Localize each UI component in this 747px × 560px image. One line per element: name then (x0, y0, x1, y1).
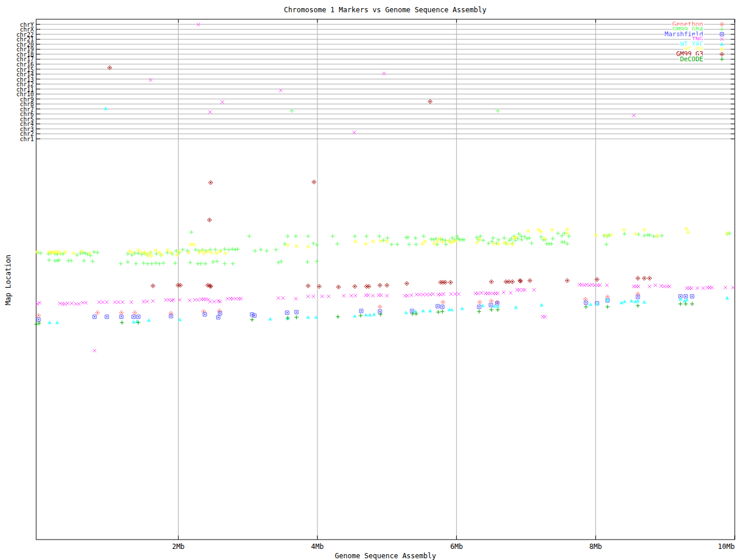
series-tng (36, 23, 735, 352)
scatter-plot-svg (0, 0, 747, 560)
y-tick-label-chr1: chr1 (20, 136, 34, 142)
legend-label-decode: DeCODE (679, 55, 704, 63)
series-points-gm99-gb4 (36, 109, 732, 266)
series-points-fill-genethon (38, 293, 638, 316)
legend-marker-wi-rh (720, 47, 724, 51)
legend-marker-gm99-g3 (721, 54, 722, 55)
gridlines (36, 19, 734, 540)
series-points-marshfield (37, 295, 694, 321)
series-points-genethon (37, 292, 640, 318)
x-tick-label-2Mb: 2Mb (166, 542, 191, 551)
x-tick-label-6Mb: 6Mb (444, 542, 469, 551)
x-tick-label-10Mb: 10Mb (708, 542, 735, 551)
series-gm99-gb4 (36, 109, 732, 266)
chart-image: Chromosome 1 Markers vs Genome Sequence … (0, 0, 747, 560)
plot-border (36, 19, 735, 540)
x-tick-label-4Mb: 4Mb (305, 542, 330, 551)
x-tick-label-8Mb: 8Mb (583, 542, 609, 551)
series-marshfield (37, 295, 694, 321)
legend-marker-genethon (721, 24, 722, 25)
legend-marker-decode (720, 57, 724, 61)
legend-marker-gm99-gb4 (720, 27, 724, 32)
series-genethon (37, 292, 640, 318)
axis-ticks (36, 19, 735, 540)
legend-marker-marshfield (721, 34, 722, 35)
y-axis-label: Map Location (4, 255, 12, 306)
chart-title: Chromosome 1 Markers vs Genome Sequence … (12, 6, 747, 14)
series-points-fill-gm99-g3 (109, 67, 650, 288)
series-points-tng (36, 23, 735, 352)
x-axis-label: Genome Sequence Assembly (36, 552, 735, 560)
series-points-fill-marshfield (38, 296, 693, 320)
